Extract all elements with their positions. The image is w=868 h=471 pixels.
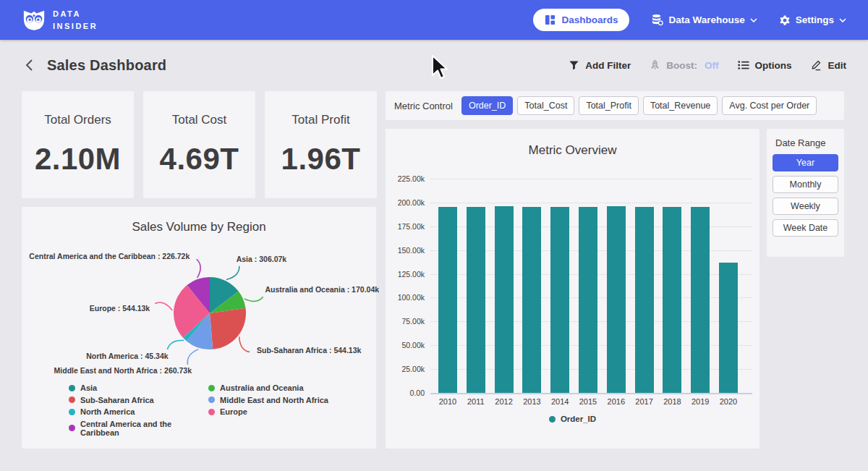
edit-button[interactable]: Edit <box>811 59 847 71</box>
metric-control-bar: Metric Control Order_IDTotal_CostTotal_P… <box>386 91 844 120</box>
metric-chip-total-profit[interactable]: Total_Profit <box>579 96 639 115</box>
bar-2013[interactable] <box>522 207 541 393</box>
bar-2012[interactable] <box>495 206 514 394</box>
gridline-200k <box>430 203 752 203</box>
bar-2016[interactable] <box>607 206 626 393</box>
brand-logo[interactable]: DATA INSIDER <box>22 8 98 32</box>
nav-dashboards-button[interactable]: Dashboards <box>533 9 629 31</box>
date-range-weekly[interactable]: Weekly <box>773 198 838 215</box>
y-axis-tick: 150.00k <box>387 246 425 255</box>
legend-dot <box>69 409 75 415</box>
pie-legend-item-europe[interactable]: Europe <box>208 407 328 416</box>
legend-dot <box>208 409 215 415</box>
kpi-card-total-profit: Total Profit1.96T <box>265 91 377 198</box>
pencil-icon <box>811 59 822 71</box>
metric-control-label: Metric Control <box>394 101 453 111</box>
legend-label: Middle East and North Africa <box>220 396 328 404</box>
pie-label-asia: Asia : 306.07k <box>237 255 287 263</box>
gear-icon <box>779 14 791 26</box>
x-axis-tick-2017: 2017 <box>630 397 659 406</box>
y-axis-tick: 175.00k <box>387 222 425 231</box>
x-axis-tick-2018: 2018 <box>658 397 686 406</box>
date-range-label: Date Range <box>775 137 838 148</box>
bar-legend-label: Order_ID <box>561 415 596 423</box>
brand-text: DATA INSIDER <box>53 8 98 32</box>
metric-chip-total-revenue[interactable]: Total_Revenue <box>643 96 718 115</box>
dashboards-grid-icon <box>545 14 556 25</box>
pie-legend-item-australia-and-oceania[interactable]: Australia and Oceania <box>208 383 328 392</box>
legend-label: Sub-Saharan Africa <box>80 396 154 404</box>
nav-data-warehouse-menu[interactable]: Data Warehouse <box>651 14 757 26</box>
options-button[interactable]: Options <box>738 60 792 71</box>
kpi-label: Total Profit <box>292 113 349 127</box>
metric-chip-order-id[interactable]: Order_ID <box>461 96 513 115</box>
chevron-down-icon <box>750 18 757 22</box>
pie-callout-line <box>244 297 263 301</box>
database-icon <box>651 14 663 26</box>
pie-chart[interactable]: Asia : 306.07kAustralia and Oceania : 17… <box>22 229 376 410</box>
legend-dot <box>549 416 556 423</box>
bar-chart-card: Metric Overview 0.0025.00k50.00k75.00k10… <box>386 129 760 449</box>
bar-2017[interactable] <box>635 207 654 393</box>
pie-label-central-america-and-the-caribbean: Central America and the Caribbean : 226.… <box>29 252 190 260</box>
list-options-icon <box>738 60 749 70</box>
bar-2020[interactable] <box>719 263 738 393</box>
pie-legend-item-middle-east-and-north-africa[interactable]: Middle East and North Africa <box>208 396 328 404</box>
date-range-week-date[interactable]: Week Date <box>773 219 838 237</box>
legend-dot <box>69 425 75 431</box>
y-axis-tick: 25.00k <box>387 365 425 373</box>
bar-2011[interactable] <box>467 207 485 393</box>
x-axis-tick-2012: 2012 <box>490 397 519 406</box>
kpi-label: Total Cost <box>172 113 227 127</box>
boost-toggle[interactable]: Boost:Off <box>650 59 718 71</box>
bar-2018[interactable] <box>663 207 681 393</box>
pie-label-sub-saharan-africa: Sub-Saharan Africa : 544.13k <box>257 346 361 355</box>
app-root: DATA INSIDER Dashboards D <box>0 0 868 471</box>
add-filter-button[interactable]: Add Filter <box>569 60 631 71</box>
page-title: Sales Dashboard <box>47 57 166 74</box>
pie-legend-item-sub-saharan-africa[interactable]: Sub-Saharan Africa <box>69 396 208 404</box>
date-range-year[interactable]: Year <box>773 154 838 171</box>
top-navigation: DATA INSIDER Dashboards D <box>0 0 868 40</box>
gridline-225k <box>430 179 752 179</box>
bar-2019[interactable] <box>691 207 710 393</box>
legend-label: Asia <box>80 383 97 392</box>
filter-funnel-icon <box>569 60 579 71</box>
legend-label: Australia and Oceania <box>220 383 304 392</box>
legend-dot <box>208 385 215 391</box>
date-range-monthly[interactable]: Monthly <box>773 176 838 193</box>
back-button[interactable] <box>22 56 37 74</box>
kpi-card-total-cost: Total Cost4.69T <box>143 91 255 198</box>
x-axis-tick-2014: 2014 <box>545 397 574 406</box>
pie-legend-item-asia[interactable]: Asia <box>69 383 208 392</box>
nav-settings-menu[interactable]: Settings <box>779 14 846 26</box>
pie-callout-line <box>167 340 184 349</box>
date-range-card: Date Range YearMonthlyWeeklyWeek Date <box>767 129 844 257</box>
kpi-value: 1.96T <box>281 142 361 177</box>
x-axis-tick-2020: 2020 <box>714 397 743 406</box>
nav-dashboards-label: Dashboards <box>561 14 618 25</box>
bar-2010[interactable] <box>438 207 457 393</box>
kpi-label: Total Orders <box>44 113 111 127</box>
y-axis-tick: 225.00k <box>387 174 425 183</box>
bar-chart-legend[interactable]: Order_ID <box>386 415 760 423</box>
nav-menu: Dashboards Data Warehouse Settings <box>533 9 846 31</box>
pie-callout-line <box>187 349 198 365</box>
bar-2014[interactable] <box>550 207 569 393</box>
pie-legend-item-central-america-and-the-caribbean[interactable]: Central America and the Caribbean <box>69 420 208 437</box>
y-axis-tick: 50.00k <box>387 341 425 349</box>
x-axis-tick-2013: 2013 <box>517 397 546 406</box>
x-axis-tick-2011: 2011 <box>461 397 490 406</box>
bar-chart-plot[interactable]: 0.0025.00k50.00k75.00k100.00k125.00k150.… <box>430 179 752 393</box>
legend-dot <box>69 385 75 391</box>
pie-legend-item-north-america[interactable]: North America <box>69 407 208 416</box>
pie-legend: AsiaAustralia and OceaniaSub-Saharan Afr… <box>69 383 328 437</box>
bar-2015[interactable] <box>579 207 597 393</box>
pie-label-australia-and-oceania: Australia and Oceania : 170.04k <box>265 285 380 294</box>
metric-chip-total-cost[interactable]: Total_Cost <box>517 96 574 115</box>
x-axis-tick-2019: 2019 <box>686 397 715 406</box>
bar-chart-title: Metric Overview <box>386 143 760 158</box>
pie-label-middle-east-and-north-africa: Middle East and North Africa : 260.73k <box>54 366 192 375</box>
metric-chip-avg-cost-per-order[interactable]: Avg. Cost per Order <box>722 96 817 115</box>
metric-chips: Order_IDTotal_CostTotal_ProfitTotal_Reve… <box>461 96 817 115</box>
